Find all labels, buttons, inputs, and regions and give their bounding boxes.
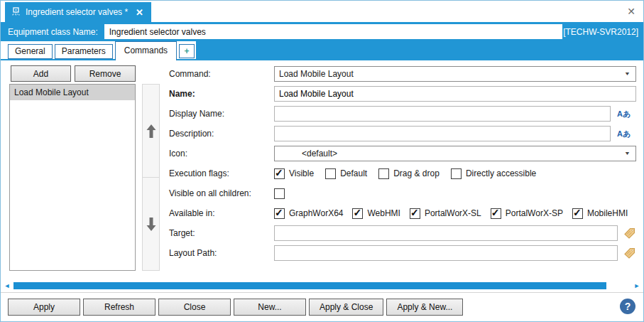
apply-and-close-button[interactable]: Apply & Close [309,299,383,316]
scroll-right-icon[interactable]: ► [632,281,642,291]
checkbox-portalworx-sl[interactable]: PortalWorX-SL [410,208,481,219]
checkbox-box[interactable] [274,188,285,199]
tag-icon[interactable] [623,227,636,240]
document-tab[interactable]: Ingredient selector valves * ✕ [5,2,151,22]
scroll-left-icon[interactable]: ◄ [2,281,12,291]
checkbox-mobilehmi[interactable]: MobileHMI [572,208,628,219]
display-name-label: Display Name: [169,109,274,119]
checkbox-visible-on-all-children[interactable] [274,188,289,199]
icon-select-value: <default> [302,149,337,159]
target-input[interactable] [274,225,618,241]
checkbox-label: Default [340,168,367,178]
server-badge: [TECHW-SVR2012] [563,27,638,37]
equipment-class-editor-window: Ingredient selector valves * ✕ ✕ Equipme… [0,0,644,322]
available-in-row: Available in: GraphWorX64 WebHMI PortalW… [169,205,636,221]
command-label: Command: [169,69,274,79]
icon-row: Icon: <default> ▼ [169,146,636,161]
header-bar: Equipment class Name: [TECHW-SVR2012] [1,22,643,41]
checkbox-box[interactable] [491,208,501,219]
command-select[interactable]: Load Mobile Layout ▼ [274,66,636,82]
localize-icon[interactable]: Aあ [617,129,636,139]
icon-select[interactable]: <default> ▼ [274,146,636,161]
commands-list[interactable]: Load Mobile Layout [9,84,136,271]
execution-flags-label: Execution flags: [169,168,274,178]
move-down-button[interactable] [142,178,160,271]
command-row: Command: Load Mobile Layout ▼ [169,66,636,82]
tab-strip: General Parameters Commands + [1,41,643,60]
list-item[interactable]: Load Mobile Layout [10,85,135,100]
tab-general[interactable]: General [8,44,53,59]
available-in-label: Available in: [169,208,274,218]
checkbox-box[interactable] [410,208,420,219]
up-arrow-icon [146,124,156,138]
tab-strip-fill [196,41,643,60]
checkbox-visible[interactable]: Visible [274,168,314,179]
display-name-input[interactable] [274,106,611,122]
tab-parameters[interactable]: Parameters [55,44,113,59]
equipment-icon [11,7,21,18]
checkbox-directly-accessible[interactable]: Directly accessible [451,168,536,179]
name-input[interactable] [274,86,636,102]
display-name-row: Display Name: Aあ [169,106,636,122]
refresh-button[interactable]: Refresh [83,299,155,316]
new-button[interactable]: New... [234,299,306,316]
checkbox-label: PortalWorX-SL [425,208,481,218]
checkbox-box[interactable] [274,208,285,219]
checkbox-label: WebHMI [367,208,400,218]
scrollbar-track[interactable] [12,281,632,290]
add-tab-button[interactable]: + [179,44,195,58]
tag-icon[interactable] [623,247,636,259]
checkbox-label: Drag & drop [393,168,440,178]
remove-command-button[interactable]: Remove [75,65,136,82]
localize-icon[interactable]: Aあ [617,109,636,119]
tab-commands[interactable]: Commands [115,41,177,60]
document-tab-close-icon[interactable]: ✕ [136,7,143,18]
description-label: Description: [169,129,274,139]
execution-flags-row: Execution flags: Visible Default Drag & … [169,166,636,181]
horizontal-scrollbar[interactable]: ◄ ► [2,281,642,291]
equipment-class-name-label: Equipment class Name: [8,27,98,37]
window-close-icon[interactable]: ✕ [627,6,635,17]
chevron-down-icon: ▼ [624,148,631,159]
command-form: Command: Load Mobile Layout ▼ Name: Disp… [169,66,636,265]
checkbox-label: Visible [289,168,314,178]
checkbox-box[interactable] [352,208,363,219]
visible-on-all-children-row: Visible on all children: [169,186,636,201]
reorder-column [142,84,160,271]
scrollbar-thumb[interactable] [13,282,606,289]
target-label: Target: [169,228,274,238]
name-label: Name: [169,89,274,99]
down-arrow-icon [146,218,156,231]
layout-path-row: Layout Path: [169,245,636,261]
checkbox-box[interactable] [572,208,583,219]
help-icon[interactable]: ? [620,299,635,314]
close-button[interactable]: Close [158,299,231,316]
checkbox-label: PortalWorX-SP [506,208,563,218]
equipment-class-name-input[interactable] [104,24,562,39]
document-tab-title: Ingredient selector valves * [26,7,128,17]
command-select-value: Load Mobile Layout [279,69,354,79]
checkbox-label: GraphWorX64 [289,208,343,218]
checkbox-box[interactable] [325,168,336,179]
checkbox-graphworx64[interactable]: GraphWorX64 [274,208,343,219]
layout-path-label: Layout Path: [169,248,274,258]
checkbox-drag-drop[interactable]: Drag & drop [378,168,440,179]
layout-path-input[interactable] [274,245,618,261]
checkbox-portalworx-sp[interactable]: PortalWorX-SP [491,208,563,219]
tab-strip-underline [1,59,643,60]
name-row: Name: [169,86,636,102]
checkbox-webhmi[interactable]: WebHMI [352,208,400,219]
checkbox-box[interactable] [451,168,462,179]
add-command-button[interactable]: Add [11,65,71,82]
checkbox-box[interactable] [274,168,285,179]
checkbox-box[interactable] [378,168,389,179]
move-up-button[interactable] [142,84,160,178]
apply-and-new-button[interactable]: Apply & New... [386,299,463,316]
description-input[interactable] [274,126,611,141]
apply-button[interactable]: Apply [8,299,80,316]
checkbox-default[interactable]: Default [325,168,367,179]
checkbox-label: MobileHMI [587,208,628,218]
checkbox-label: Directly accessible [466,168,536,178]
description-row: Description: Aあ [169,126,636,141]
visible-on-all-children-label: Visible on all children: [169,188,274,198]
